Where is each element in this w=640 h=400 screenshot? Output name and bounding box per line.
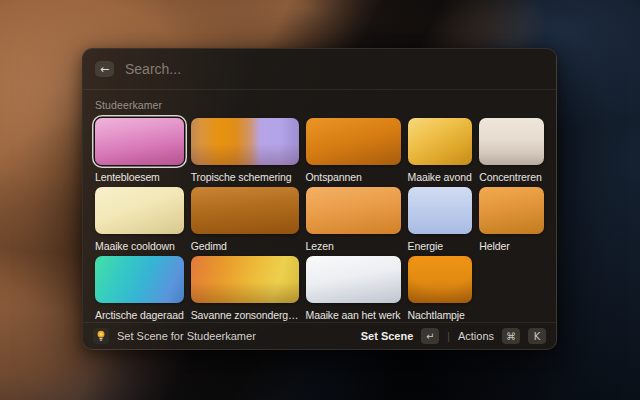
scene-label: Concentreren	[479, 171, 544, 183]
scene-item[interactable]: Helder	[479, 187, 544, 252]
scene-preview[interactable]	[306, 118, 401, 165]
scene-label: Lezen	[306, 240, 401, 252]
scene-label: Ontspannen	[306, 171, 401, 183]
scene-item[interactable]: Savanne zonsonderg…	[191, 256, 299, 321]
enter-key-badge[interactable]: ↵	[421, 328, 439, 344]
scene-preview[interactable]	[479, 187, 544, 234]
search-input[interactable]	[125, 61, 544, 77]
scene-item[interactable]: Maaike aan het werk	[306, 256, 401, 321]
scene-item[interactable]: Gedimd	[191, 187, 299, 252]
scene-preview[interactable]	[191, 118, 299, 165]
scene-label: Tropische schemering	[191, 171, 299, 183]
scene-preview[interactable]	[408, 118, 473, 165]
scene-label: Helder	[479, 240, 544, 252]
scene-preview[interactable]	[306, 256, 401, 303]
desktop: { "search": { "placeholder": "Search..."…	[0, 0, 640, 400]
scene-preview[interactable]	[95, 118, 184, 165]
scene-grid: Lentebloesem Tropische schemering Ontspa…	[95, 118, 544, 321]
scene-label: Savanne zonsonderg…	[191, 309, 299, 321]
scene-item[interactable]: Concentreren	[479, 118, 544, 183]
scene-label: Energie	[408, 240, 473, 252]
lightbulb-glyph	[96, 330, 106, 342]
scene-label: Nachtlampje	[408, 309, 473, 321]
footer-status: Set Scene for Studeerkamer	[117, 330, 256, 342]
scene-item[interactable]: Nachtlampje	[408, 256, 473, 321]
scene-item[interactable]: Energie	[408, 187, 473, 252]
scene-item[interactable]: Lezen	[306, 187, 401, 252]
set-scene-button[interactable]: Set Scene	[361, 330, 414, 342]
scene-item[interactable]: Tropische schemering	[191, 118, 299, 183]
footer-separator: |	[447, 331, 450, 342]
section-title: Studeerkamer	[95, 99, 544, 111]
scene-label: Lentebloesem	[95, 171, 184, 183]
scene-preview[interactable]	[191, 256, 299, 303]
launcher-window: ← Studeerkamer Lentebloesem Tropische sc…	[82, 48, 557, 350]
scene-label: Gedimd	[191, 240, 299, 252]
actions-button[interactable]: Actions	[458, 330, 494, 342]
results-panel: Studeerkamer Lentebloesem Tropische sche…	[83, 90, 556, 322]
scene-label: Maaike avond	[408, 171, 473, 183]
cmd-key-badge[interactable]: ⌘	[502, 328, 520, 344]
back-button[interactable]: ←	[95, 61, 114, 77]
footer-action-bar: Set Scene for Studeerkamer Set Scene ↵ |…	[83, 322, 556, 349]
scene-preview[interactable]	[306, 187, 401, 234]
search-bar: ←	[83, 49, 556, 89]
scene-label: Maaike cooldown	[95, 240, 184, 252]
scene-preview[interactable]	[95, 187, 184, 234]
k-key-badge[interactable]: K	[528, 328, 546, 344]
scene-preview[interactable]	[479, 118, 544, 165]
scene-item[interactable]: Arctische dageraad	[95, 256, 184, 321]
scene-item[interactable]: Maaike cooldown	[95, 187, 184, 252]
scene-preview[interactable]	[408, 187, 473, 234]
back-arrow-icon: ←	[100, 62, 109, 77]
scene-label: Arctische dageraad	[95, 309, 184, 321]
scene-preview[interactable]	[191, 187, 299, 234]
scene-item[interactable]: Ontspannen	[306, 118, 401, 183]
scene-label: Maaike aan het werk	[306, 309, 401, 321]
scene-item[interactable]: Lentebloesem	[95, 118, 184, 183]
scene-preview[interactable]	[408, 256, 473, 303]
scene-item[interactable]: Maaike avond	[408, 118, 473, 183]
scene-preview[interactable]	[95, 256, 184, 303]
lightbulb-icon	[93, 328, 109, 344]
